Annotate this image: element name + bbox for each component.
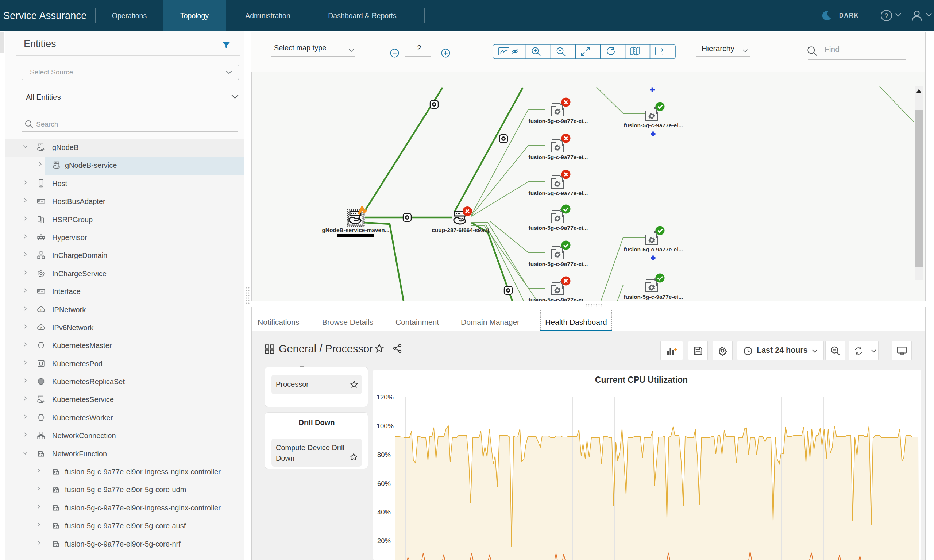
svg-text:fusion-5g-c-9a77e-ei...: fusion-5g-c-9a77e-ei... <box>624 122 683 128</box>
svg-text:fusion-5g-c-9a77e-ei...: fusion-5g-c-9a77e-ei... <box>529 297 588 302</box>
svg-text:fusion-5g-c-9a77e-ei...: fusion-5g-c-9a77e-ei... <box>624 246 683 252</box>
svg-text:120%: 120% <box>377 393 394 401</box>
svg-text:20%: 20% <box>377 537 391 545</box>
svg-text:gNodeB-service-maven...: gNodeB-service-maven... <box>322 227 389 233</box>
svg-text:fusion-5g-c-9a77e-ei...: fusion-5g-c-9a77e-ei... <box>529 225 588 231</box>
svg-text:fusion-5g-c-9a77e-ei...: fusion-5g-c-9a77e-ei... <box>529 154 588 160</box>
svg-text:Current CPU Utilization: Current CPU Utilization <box>595 375 688 385</box>
svg-text:?: ? <box>885 12 888 19</box>
svg-text:fusion-5g-c-9a77e-ei...: fusion-5g-c-9a77e-ei... <box>529 118 588 124</box>
svg-text:fusion-5g-c-9a77e-ei...: fusion-5g-c-9a77e-ei... <box>624 294 683 300</box>
svg-text:fusion-5g-c-9a77e-ei...: fusion-5g-c-9a77e-ei... <box>529 261 588 267</box>
svg-text:80%: 80% <box>377 451 391 458</box>
svg-text:fusion-5g-c-9a77e-ei...: fusion-5g-c-9a77e-ei... <box>529 190 588 196</box>
svg-text:cuup-287-6f664-s9auj: cuup-287-6f664-s9auj <box>432 227 489 233</box>
svg-text:40%: 40% <box>377 508 391 516</box>
svg-text:60%: 60% <box>377 480 391 488</box>
svg-text:100%: 100% <box>377 422 394 430</box>
